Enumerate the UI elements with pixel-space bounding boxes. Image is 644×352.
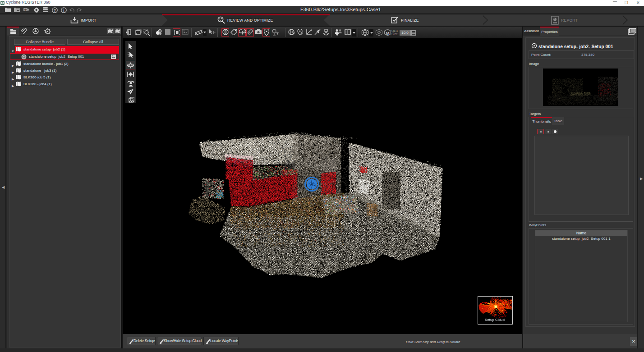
- svg-text:i: i: [63, 8, 64, 13]
- svg-text:i: i: [25, 9, 25, 11]
- svg-text:M: M: [386, 31, 390, 36]
- svg-text:?: ?: [54, 8, 56, 13]
